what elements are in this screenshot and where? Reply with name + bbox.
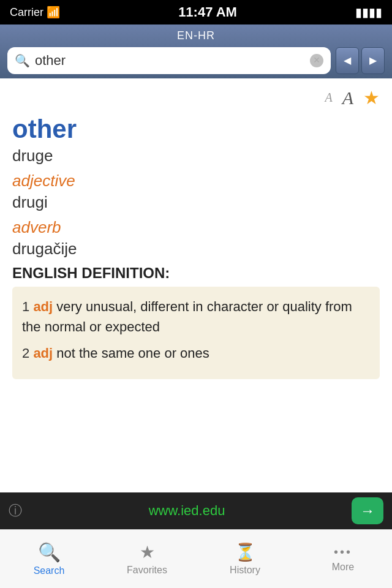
definition-section-header: ENGLISH DEFINITION: (12, 265, 380, 282)
font-small-button[interactable]: A (325, 91, 332, 105)
word-translation: druge (12, 146, 380, 165)
tab-bar: 🔍 Search ★ Favorites ⏳ History ••• More (0, 529, 392, 588)
carrier-label: Carrier 📶 (10, 6, 60, 19)
search-box: 🔍 × (7, 47, 331, 74)
info-icon[interactable]: ⓘ (9, 502, 22, 520)
font-large-button[interactable]: A (342, 88, 353, 108)
ad-url[interactable]: www.ied.edu (149, 503, 225, 519)
def-text-2: not the same one or ones (56, 345, 209, 361)
status-bar: Carrier 📶 11:47 AM ▮▮▮▮ (0, 0, 392, 24)
main-content: other druge adjective drugi adverb druga… (0, 108, 392, 379)
nav-bar: EN-HR 🔍 × ◀ ▶ (0, 24, 392, 78)
favorites-tab-label: Favorites (127, 565, 167, 576)
search-glass-icon: 🔍 (15, 53, 30, 68)
favorite-button[interactable]: ★ (363, 87, 380, 108)
font-controls: A A ★ (0, 78, 392, 108)
adjective-translation: drugi (12, 193, 380, 212)
word-title: other (12, 115, 380, 144)
battery-indicator: ▮▮▮▮ (355, 5, 382, 20)
pos-adverb-label: adverb (12, 218, 380, 237)
definition-box: 1 adj very unusual, different in charact… (12, 287, 380, 379)
nav-forward-button[interactable]: ▶ (361, 47, 385, 74)
wifi-icon: 📶 (47, 6, 60, 18)
history-tab-label: History (230, 565, 260, 576)
tab-search[interactable]: 🔍 Search (0, 530, 98, 588)
definition-entry-2: 2 adj not the same one or ones (22, 343, 370, 363)
nav-back-button[interactable]: ◀ (336, 47, 359, 74)
def-pos-1: adj (33, 299, 53, 314)
tab-history[interactable]: ⏳ History (196, 530, 294, 588)
pos-adjective-label: adjective (12, 172, 380, 190)
nav-arrows: ◀ ▶ (336, 47, 385, 74)
ad-bar: ⓘ www.ied.edu → (0, 492, 392, 529)
tab-favorites[interactable]: ★ Favorites (98, 530, 196, 588)
tab-more[interactable]: ••• More (294, 530, 392, 588)
search-row: 🔍 × ◀ ▶ (7, 47, 385, 74)
more-tab-label: More (332, 562, 354, 573)
search-tab-label: Search (34, 565, 65, 576)
language-label: EN-HR (177, 29, 215, 42)
def-text-1: very unusual, different in character or … (22, 299, 352, 334)
def-num-1: 1 (22, 299, 29, 314)
search-input[interactable] (35, 53, 305, 69)
more-tab-icon: ••• (334, 545, 352, 559)
battery-icon: ▮▮▮▮ (355, 5, 382, 20)
clear-button[interactable]: × (310, 54, 323, 67)
def-num-2: 2 (22, 345, 29, 361)
favorites-tab-icon: ★ (140, 542, 155, 562)
ad-go-button[interactable]: → (352, 497, 383, 524)
def-pos-2: adj (33, 345, 53, 361)
time-label: 11:47 AM (178, 4, 237, 20)
definition-entry-1: 1 adj very unusual, different in charact… (22, 296, 370, 337)
search-tab-icon: 🔍 (38, 541, 61, 563)
adverb-translation: drugačije (12, 239, 380, 258)
history-tab-icon: ⏳ (235, 542, 256, 562)
